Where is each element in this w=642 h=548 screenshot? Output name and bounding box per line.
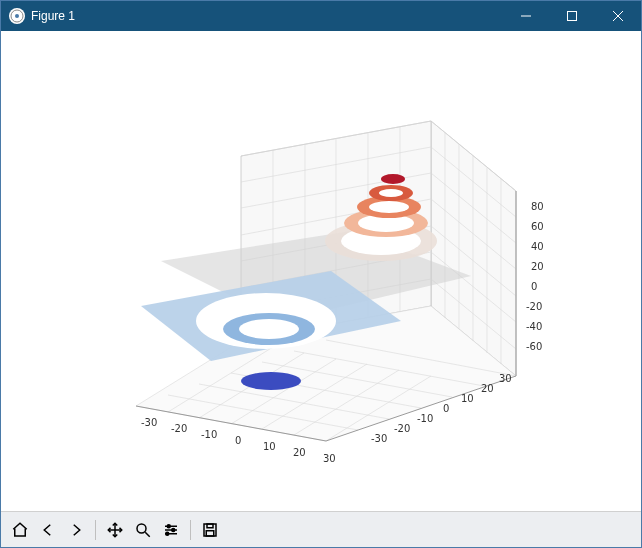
y-tick: -20 [394, 423, 410, 434]
y-tick: 30 [499, 373, 512, 384]
svg-point-62 [381, 174, 405, 184]
plot-3d [51, 61, 591, 501]
app-icon [9, 8, 25, 24]
svg-point-61 [379, 189, 403, 197]
svg-rect-78 [206, 530, 214, 535]
window-controls [503, 1, 641, 31]
z-tick: -60 [526, 341, 542, 352]
x-tick: 20 [293, 447, 306, 458]
svg-point-53 [241, 372, 301, 390]
y-tick: 20 [481, 383, 494, 394]
x-tick: 30 [323, 453, 336, 464]
pan-button[interactable] [102, 517, 128, 543]
close-button[interactable] [595, 1, 641, 31]
svg-point-59 [369, 201, 409, 213]
z-tick: 40 [531, 241, 544, 252]
minimize-button[interactable] [503, 1, 549, 31]
x-tick: -30 [141, 417, 157, 428]
matplotlib-toolbar [1, 511, 641, 547]
plot-canvas[interactable]: 80 60 40 20 0 -20 -40 -60 30 20 10 0 -10… [1, 31, 641, 511]
x-tick: -20 [171, 423, 187, 434]
x-tick: -10 [201, 429, 217, 440]
toolbar-separator [190, 520, 191, 540]
svg-point-68 [137, 524, 146, 533]
svg-point-52 [239, 319, 299, 339]
home-button[interactable] [7, 517, 33, 543]
z-tick: 60 [531, 221, 544, 232]
z-tick: 20 [531, 261, 544, 272]
z-tick: -40 [526, 321, 542, 332]
svg-rect-77 [207, 524, 213, 528]
y-tick: -30 [371, 433, 387, 444]
svg-point-73 [167, 524, 170, 527]
y-tick: -10 [417, 413, 433, 424]
window-titlebar: Figure 1 [1, 1, 641, 31]
svg-point-75 [166, 532, 169, 535]
svg-line-69 [145, 532, 150, 537]
window-title: Figure 1 [31, 9, 503, 23]
z-tick: 80 [531, 201, 544, 212]
toolbar-separator [95, 520, 96, 540]
x-tick: 10 [263, 441, 276, 452]
configure-button[interactable] [158, 517, 184, 543]
z-tick: -20 [526, 301, 542, 312]
y-tick: 0 [443, 403, 449, 414]
svg-rect-3 [568, 12, 577, 21]
svg-point-1 [15, 14, 19, 18]
svg-point-74 [172, 528, 175, 531]
zoom-button[interactable] [130, 517, 156, 543]
maximize-button[interactable] [549, 1, 595, 31]
y-tick: 10 [461, 393, 474, 404]
back-button[interactable] [35, 517, 61, 543]
x-tick: 0 [235, 435, 241, 446]
z-tick: 0 [531, 281, 537, 292]
save-button[interactable] [197, 517, 223, 543]
forward-button[interactable] [63, 517, 89, 543]
